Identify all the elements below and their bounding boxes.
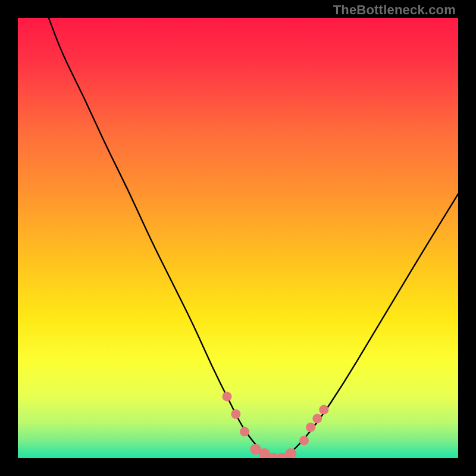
watermark-label: TheBottleneck.com xyxy=(333,2,456,18)
curve-marker xyxy=(299,436,309,445)
curve-marker xyxy=(231,409,240,419)
curve-marker xyxy=(312,414,322,423)
curve-marker xyxy=(223,392,232,401)
curve-marker xyxy=(240,427,249,437)
curve-marker xyxy=(319,405,328,415)
chart-frame xyxy=(18,18,458,458)
curve-marker xyxy=(306,422,315,432)
bottleneck-curve xyxy=(18,18,458,458)
